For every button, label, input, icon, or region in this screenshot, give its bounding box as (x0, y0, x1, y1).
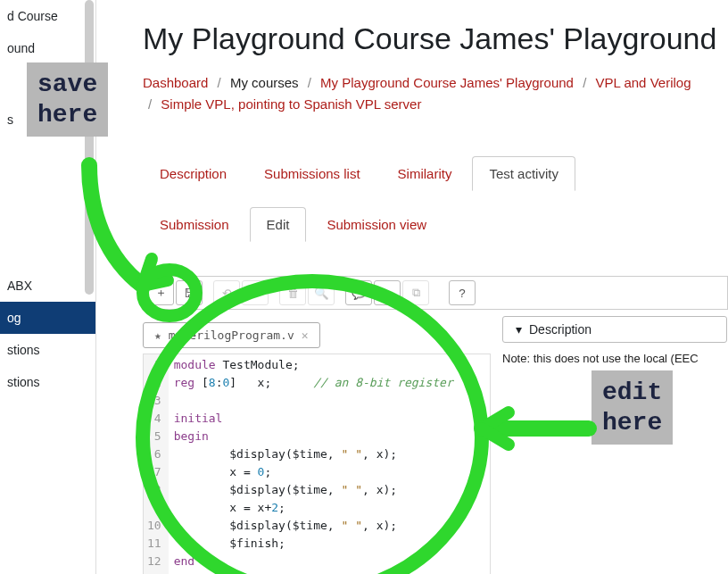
close-icon[interactable]: ✕ (302, 329, 309, 342)
description-panel: ▾ Description Note: this does not use th… (502, 316, 728, 365)
annotation-edit: edit here (592, 370, 673, 445)
help-button[interactable]: ? (449, 280, 476, 305)
sidebar-item[interactable]: d Course (0, 0, 95, 32)
find-button[interactable]: 🔍 (308, 280, 335, 305)
undo-button[interactable]: ↶ (213, 280, 240, 305)
tab-description[interactable]: Description (143, 156, 244, 191)
comment-button[interactable]: 💬 (345, 280, 372, 305)
breadcrumb-link[interactable]: Simple VPL, pointing to Spanish VPL serv… (161, 96, 421, 112)
tab-test-activity[interactable]: Test activity (472, 156, 575, 191)
save-icon: 🖫 (184, 287, 195, 300)
breadcrumb-sep: / (148, 96, 152, 112)
tab-submission[interactable]: Submission (143, 207, 246, 242)
code-editor[interactable]: 1234567891011121314 module TestModule;re… (143, 354, 491, 574)
page-title: My Playground Course James' Playground (143, 21, 728, 56)
breadcrumb: Dashboard / My courses / My Playground C… (143, 72, 728, 115)
run-button[interactable]: ▶_ (374, 280, 401, 305)
find-icon: 🔍 (314, 287, 329, 300)
tab-edit[interactable]: Edit (250, 207, 307, 242)
sidebar-item[interactable]: ound (0, 32, 95, 64)
sidebar-item[interactable]: stions (0, 366, 95, 398)
sidebar-item[interactable]: ABX (0, 270, 95, 302)
star-icon: ★ (154, 329, 161, 342)
tab-submission-view[interactable]: Submission view (310, 207, 443, 242)
line-gutter: 1234567891011121314 (144, 354, 169, 574)
code-area[interactable]: module TestModule;reg [8:0] x; // an 8-b… (169, 354, 459, 574)
sidebar-item[interactable]: stions (0, 334, 95, 366)
breadcrumb-link[interactable]: My Playground Course James' Playground (320, 75, 574, 90)
breadcrumb-sep: / (218, 75, 221, 90)
redo-icon: ↷ (251, 287, 261, 300)
main-content: My Playground Course James' Playground D… (143, 0, 728, 574)
annotation-save: save here (27, 62, 108, 137)
breadcrumb-current: My courses (230, 75, 299, 90)
editor-toolbar: ＋ 🖫 ↶ ↷ 🗑 🔍 💬 ▶_ ⧉ ? (143, 276, 728, 310)
description-title: Description (529, 322, 592, 337)
plus-icon: ＋ (155, 285, 167, 301)
tabs-main: Description Submissions list Similarity … (143, 156, 728, 191)
save-button[interactable]: 🖫 (176, 280, 203, 305)
tab-similarity[interactable]: Similarity (381, 156, 469, 191)
breadcrumb-sep: / (308, 75, 311, 90)
breadcrumb-link[interactable]: Dashboard (143, 75, 208, 90)
help-icon: ? (459, 287, 465, 300)
scrollbar[interactable] (85, 0, 94, 295)
run-icon: ▶_ (379, 287, 394, 300)
undo-icon: ↶ (222, 287, 232, 300)
file-tab[interactable]: ★ myVerilogProgram.v ✕ (143, 322, 320, 348)
term-icon: ⧉ (412, 286, 420, 300)
sidebar-item-active[interactable]: og (0, 302, 95, 334)
term-button[interactable]: ⧉ (402, 280, 429, 305)
new-button[interactable]: ＋ (147, 280, 174, 305)
redo-button[interactable]: ↷ (242, 280, 269, 305)
description-note: Note: this does not use the local (EEC (502, 352, 728, 365)
breadcrumb-link[interactable]: VPL and Verilog (595, 75, 691, 90)
tabs-sub: Submission Edit Submission view (143, 207, 728, 242)
trash-icon: 🗑 (287, 287, 299, 300)
caret-down-icon: ▾ (516, 322, 522, 337)
breadcrumb-sep: / (583, 75, 586, 90)
file-name: myVerilogProgram.v (169, 329, 294, 342)
comment-icon: 💬 (352, 287, 367, 300)
trash-button[interactable]: 🗑 (279, 280, 306, 305)
description-toggle[interactable]: ▾ Description (502, 316, 727, 343)
tab-submissions[interactable]: Submissions list (247, 156, 377, 191)
